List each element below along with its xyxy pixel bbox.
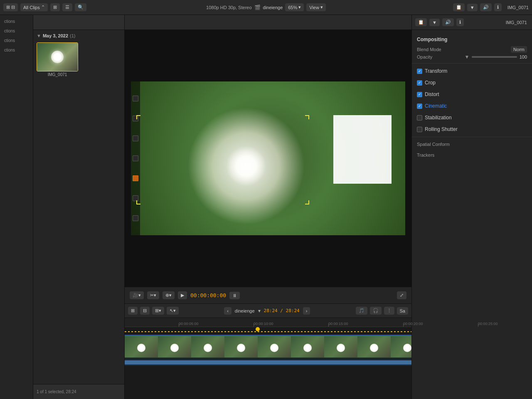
filter-button[interactable]: ▼: [467, 4, 478, 11]
stabilization-section: Stabilization: [412, 112, 532, 123]
inspector-filter-button[interactable]: ▼: [429, 19, 440, 26]
tl-clip-name: dineienge: [235, 308, 255, 313]
timeline-dotted-line: [125, 331, 411, 332]
clip-mini-thumb: [291, 336, 324, 358]
stabilization-row[interactable]: Stabilization: [417, 113, 527, 122]
opacity-label: Opacity: [417, 54, 462, 59]
chevron-down-icon-tl[interactable]: ▾: [258, 308, 261, 314]
transform-checkbox[interactable]: [417, 69, 422, 74]
clip-grid: IMG_0071: [35, 41, 123, 79]
center-area: 🎥▾ ✂▾ ⊕▾ ▶ 00:00:00:00 ⏸ ⤢ ⊞ ⊟ ⊞▾ ↖▾ ‹ d…: [125, 15, 411, 399]
pause-button[interactable]: ⏸: [229, 292, 240, 299]
ruler-tick-2: 00:00:10:00: [254, 318, 273, 327]
clip-count: (1): [70, 33, 75, 38]
ruler-mark: [133, 96, 138, 101]
main-layout: ctions ctions ctions ctions ▼ May 3, 202…: [0, 15, 532, 399]
inspector-button[interactable]: 📋: [453, 3, 465, 11]
clip-mini-thumb: [224, 336, 258, 358]
fullscreen-button[interactable]: ⤢: [397, 291, 406, 299]
ruler-tick-5: 00:00:25:00: [478, 318, 498, 327]
effects-button[interactable]: ⊕▾: [163, 291, 175, 299]
audio-button[interactable]: 🔊: [480, 3, 492, 11]
transform-section: Transform: [412, 65, 532, 77]
rolling-shutter-row[interactable]: Rolling Shutter: [417, 125, 527, 133]
ruler-mark: [133, 135, 138, 141]
spatial-conform-row: Spatial Conform: [417, 140, 527, 148]
date-group-header: ▼ May 3, 2022 (1): [35, 32, 123, 41]
crop-handle-tl[interactable]: [136, 115, 140, 119]
clip-mini-thumb: [391, 336, 411, 358]
list-view-button[interactable]: ☰: [62, 3, 72, 11]
clip-mini-thumb: [158, 336, 191, 358]
info-button[interactable]: ℹ: [494, 3, 502, 11]
ruler-tick-4: 00:00:20:00: [403, 318, 423, 327]
tl-audio-button[interactable]: 🎵: [356, 307, 367, 315]
inspector-info-button[interactable]: ℹ: [456, 18, 464, 26]
save-button[interactable]: Sa: [397, 307, 408, 315]
sidebar-item-4[interactable]: ctions: [0, 45, 33, 55]
ruler-strip: [131, 81, 140, 235]
grid-icon: ⊞: [6, 5, 10, 10]
browser-panel: ▼ May 3, 2022 (1) IMG_0071 1 of 1 select…: [33, 15, 125, 399]
tl-arrow-button[interactable]: ↖▾: [167, 307, 179, 315]
sidebar-item-3[interactable]: ctions: [0, 36, 33, 45]
opacity-value: 100: [520, 54, 527, 59]
viewer-controls: 🎥▾ ✂▾ ⊕▾ ▶ 00:00:00:00 ⏸ ⤢: [125, 287, 411, 303]
clip-thumbnail[interactable]: [37, 42, 78, 71]
distort-row[interactable]: Distort: [417, 90, 527, 99]
tl-split-button[interactable]: ⊟: [140, 307, 150, 315]
clip-mini-thumb: [357, 336, 391, 358]
tl-clip-view-button[interactable]: ⊞▾: [152, 307, 164, 315]
collapse-arrow[interactable]: ▼: [37, 33, 41, 38]
tl-headphone-button[interactable]: 🎧: [370, 307, 382, 315]
list-item: IMG_0071: [37, 42, 78, 78]
cinematic-row[interactable]: Cinematic: [417, 102, 527, 110]
tl-overflow-button[interactable]: ⋮: [384, 307, 394, 315]
compositing-title: Compositing: [417, 35, 527, 45]
opacity-slider[interactable]: [472, 56, 517, 58]
all-clips-dropdown[interactable]: All Clips ⌃: [20, 3, 48, 11]
grid-button[interactable]: ⊞ ⊟: [3, 3, 18, 11]
distort-label: Distort: [425, 91, 527, 97]
inspector-clip-button[interactable]: 📋: [415, 18, 427, 26]
inspector-title: IMG_0071: [466, 20, 529, 25]
crop-handle-bl[interactable]: [136, 200, 140, 204]
distort-checkbox[interactable]: [417, 92, 422, 97]
crop-handle-br[interactable]: [305, 200, 309, 204]
play-button[interactable]: ▶: [178, 291, 187, 299]
sidebar-item-2[interactable]: ctions: [0, 26, 33, 36]
date-label: May 3, 2022: [43, 33, 68, 38]
video-info: 1080p HD 30p, Stereo: [206, 5, 251, 10]
transform-row[interactable]: Transform: [417, 67, 527, 75]
zoom-dropdown[interactable]: 65% ▾: [285, 3, 304, 11]
import-button[interactable]: ⊞: [50, 3, 60, 11]
browser-content: ▼ May 3, 2022 (1) IMG_0071: [33, 30, 124, 384]
tl-prev-button[interactable]: ‹: [224, 307, 232, 315]
search-button[interactable]: 🔍: [75, 3, 86, 11]
clip-strip: [125, 335, 411, 358]
timeline-tracks[interactable]: [125, 327, 411, 399]
tools-button[interactable]: ✂▾: [147, 291, 159, 299]
sidebar-item-1[interactable]: ctions: [0, 17, 33, 26]
rolling-shutter-section: Rolling Shutter: [412, 123, 532, 135]
compositing-section: Compositing Blend Mode Norm Opacity ▼ 10…: [412, 33, 532, 62]
tl-timecode: 28:24 / 28:24: [264, 308, 300, 313]
top-bar-left: ⊞ ⊟ All Clips ⌃ ⊞ ☰ 🔍: [3, 3, 133, 11]
blend-mode-value[interactable]: Norm: [511, 46, 527, 53]
cinematic-checkbox[interactable]: [417, 103, 422, 109]
stabilization-checkbox[interactable]: [417, 115, 422, 121]
crop-checkbox[interactable]: [417, 80, 422, 86]
view-dropdown[interactable]: View ▾: [306, 3, 326, 11]
crop-row[interactable]: Crop: [417, 79, 527, 87]
tl-next-button[interactable]: ›: [303, 307, 310, 315]
rolling-shutter-checkbox[interactable]: [417, 127, 422, 132]
inspector-audio-button[interactable]: 🔊: [442, 18, 454, 26]
chevron-icon: ⌃: [41, 5, 45, 10]
crop-handle-tr[interactable]: [305, 115, 309, 119]
timeline-center-info: ‹ dineienge ▾ 28:24 / 28:24 ›: [181, 307, 353, 315]
tl-grid-button[interactable]: ⊞: [128, 307, 138, 315]
timeline-area: ⊞ ⊟ ⊞▾ ↖▾ ‹ dineienge ▾ 28:24 / 28:24 › …: [125, 303, 411, 399]
browser-toolbar: [33, 15, 124, 30]
camera-record-button[interactable]: 🎥▾: [130, 291, 144, 299]
trackers-section: Trackers: [412, 150, 532, 160]
